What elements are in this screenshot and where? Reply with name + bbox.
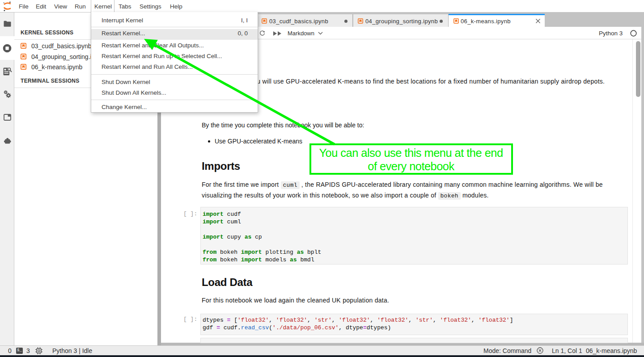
svg-text:You can also use this menu at: You can also use this menu at the end [319,147,503,159]
svg-text:of every notebook: of every notebook [368,160,454,172]
